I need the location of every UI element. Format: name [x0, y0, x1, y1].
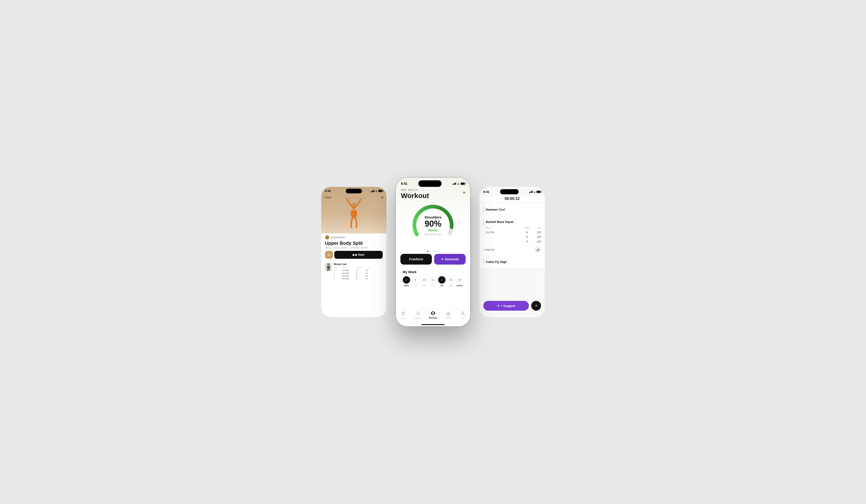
start-button[interactable]: ▶ ▶ Start	[334, 251, 383, 259]
freeform-label: Freeform	[409, 257, 423, 261]
cable-fly-more[interactable]: ···	[537, 260, 541, 264]
svg-rect-15	[431, 313, 431, 314]
center-status-icons: ▲	[453, 182, 465, 185]
checkmark-icon: ✓	[405, 278, 408, 282]
add-circle-button[interactable]: +	[531, 301, 541, 311]
share-button[interactable]: ⎙	[381, 195, 383, 199]
you-icon	[460, 311, 465, 316]
day-name-thu: THU	[431, 284, 435, 287]
cable-indicator	[483, 258, 484, 265]
left-time: 9:41	[325, 189, 331, 193]
day-name-mon: MON	[404, 284, 409, 287]
day-name-today: TODAY	[456, 284, 463, 287]
svg-rect-20	[446, 313, 447, 315]
day-name-fri: FRI	[440, 284, 443, 287]
day-circle-tue: 9	[412, 276, 419, 284]
hammer-curl-name: Hammer Curl	[486, 208, 505, 211]
my-week-section: My Week › ✓ MON 9	[399, 267, 467, 290]
right-wifi-icon: ▲	[533, 191, 536, 193]
cable-fly-name: Cable Fly High	[486, 260, 507, 264]
nav-trends[interactable]: Trends	[441, 311, 455, 320]
feed-icon	[401, 311, 406, 316]
trends-icon	[446, 311, 450, 316]
svg-rect-23	[449, 313, 450, 315]
squat-set-1: 1m 32s 8 125	[483, 230, 541, 235]
app-scene: 9:41 ▲ Back	[289, 168, 577, 336]
day-name-tue: TUE	[413, 284, 418, 287]
center-header: SUN, JULY 14 Workout +	[396, 188, 470, 200]
svg-rect-26	[537, 249, 538, 251]
svg-point-24	[462, 312, 464, 313]
action-row: ⧉ ▶ ▶ Start	[325, 251, 383, 259]
add-button[interactable]: +	[463, 190, 466, 196]
wifi-icon: ▲	[375, 190, 377, 192]
right-dynamic-island	[500, 189, 519, 194]
right-status-bar: 9:41 ▲	[479, 187, 545, 195]
day-circle-fri: ✓	[438, 276, 446, 284]
copy-icon: ⧉	[328, 253, 330, 257]
nav-explore[interactable]: Explore	[411, 311, 425, 320]
more-button[interactable]: ···	[536, 197, 541, 201]
nav-you[interactable]: You	[455, 311, 470, 320]
workout-title: Upper Body Split	[325, 240, 383, 246]
action-buttons: Freeform ✦ Generate	[396, 254, 470, 265]
set-row-2: 2 2m 05s 8 12	[334, 272, 383, 275]
hammer-curl-more[interactable]: ···	[537, 208, 541, 211]
gauge-pct: 90%	[424, 219, 441, 228]
right-content: 9:41 ▲ 00:05:12 ···	[479, 187, 545, 317]
right-signal-icon	[529, 191, 533, 193]
share-icon: ⎙	[381, 196, 383, 199]
generate-button[interactable]: ✦ Generate	[434, 254, 466, 265]
gauge-container: Shoulders 90% Ready Last hit 5d+ ago	[396, 200, 470, 250]
my-week-title: My Week	[403, 270, 417, 274]
creator-avatar	[325, 235, 329, 239]
set-row-3: 3 2m 05s 8 12	[334, 275, 383, 277]
nav-trends-label: Trends	[445, 317, 451, 319]
left-body: by Brett Dylan Upper Body Split Biceps, …	[321, 233, 387, 317]
back-chevron-icon	[324, 195, 325, 199]
squat-set-2: - 8 125	[483, 235, 541, 239]
day-mon: ✓ MON	[403, 276, 410, 287]
hammer-curl-section: Hammer Curl ···	[479, 203, 545, 216]
rest-chevron-icon: ⌄	[491, 227, 492, 229]
timer-row: 00:05:12 ···	[479, 195, 545, 202]
left-content: Back ⎙	[321, 187, 387, 317]
gauge-last: Last hit 5d+ ago	[424, 233, 441, 235]
section-indicator	[483, 206, 484, 213]
exercise-list: Bicep Curl Set Rest Reps Lbs 1 2m 05s 8	[325, 261, 383, 282]
svg-rect-18	[434, 312, 435, 314]
bottom-nav: Feed Explore Workout	[396, 309, 470, 323]
exercise-name: Bicep Curl	[334, 263, 383, 266]
nav-workout[interactable]: Workout	[425, 311, 441, 320]
squat-more[interactable]: ···	[537, 220, 541, 224]
dot-5	[437, 250, 439, 252]
nav-you-label: You	[461, 317, 464, 320]
barbell-squat-name: Barbell Back Squat	[486, 220, 513, 224]
day-tue: 9 TUE	[412, 276, 419, 287]
chart-button[interactable]	[534, 246, 541, 253]
gauge-info: Shoulders 90% Ready Last hit 5d+ ago	[424, 215, 441, 235]
sets-header: Set Rest Reps Lbs	[334, 266, 383, 269]
right-status-icons: ▲	[529, 191, 541, 193]
week-days: ✓ MON 9 TUE 10	[403, 276, 463, 287]
add-set-row: + Add Set	[483, 245, 541, 253]
back-button[interactable]: Back	[324, 195, 332, 199]
cable-fly-section: Cable Fly High ···	[479, 256, 545, 268]
exercise-info: Bicep Curl Set Rest Reps Lbs 1 2m 05s 8	[334, 263, 383, 280]
copy-button[interactable]: ⧉	[325, 251, 333, 259]
svg-rect-11	[402, 313, 405, 314]
center-battery-icon	[460, 182, 465, 185]
checkmark-icon-fri: ✓	[441, 278, 443, 282]
svg-rect-27	[539, 248, 539, 251]
nav-feed-label: Feed	[401, 317, 406, 320]
suggest-button[interactable]: ✦ + Suggest	[483, 301, 529, 311]
exercise-scroll: Hammer Curl ··· Barbell Back Squat ···	[479, 202, 545, 298]
svg-rect-25	[536, 250, 537, 251]
svg-rect-21	[447, 313, 448, 315]
back-label: Back	[326, 196, 331, 199]
day-name-sat: SAT	[449, 284, 453, 287]
left-status-icons: ▲	[371, 190, 383, 192]
center-wifi-icon: ▲	[457, 182, 459, 185]
nav-feed[interactable]: Feed	[396, 311, 411, 320]
add-set-button[interactable]: + Add Set	[483, 248, 495, 251]
